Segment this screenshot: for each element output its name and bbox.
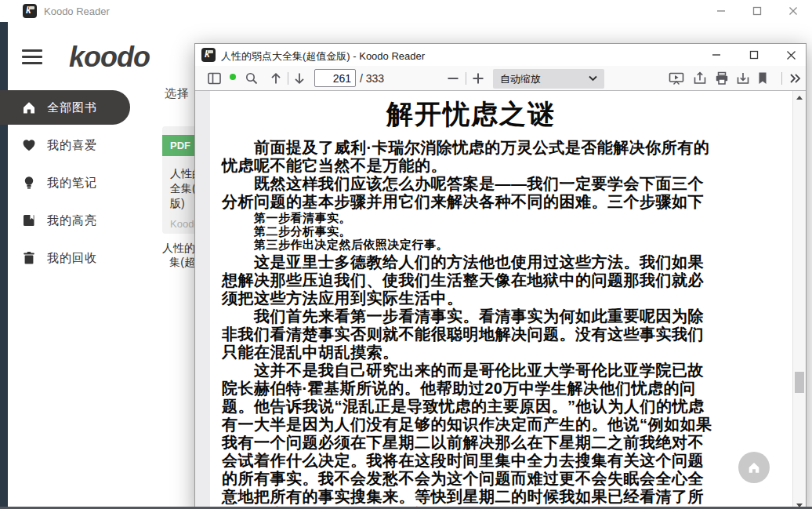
- main-minimize-button[interactable]: [704, 0, 738, 22]
- heart-icon: [21, 137, 37, 153]
- sidebar-toggle-icon[interactable]: [208, 71, 222, 85]
- main-window-title: Koodo Reader: [44, 5, 110, 17]
- more-tools-icon[interactable]: [788, 71, 802, 85]
- chevron-down-icon: [589, 75, 597, 82]
- page-down-icon[interactable]: [292, 71, 306, 85]
- pdf-format-badge: PDF: [162, 135, 198, 156]
- pdf-page: 解开忧虑之谜 前面提及了威利·卡瑞尔消除忧虑的万灵公式是否能解决你所有的 忧虑呢…: [210, 91, 793, 509]
- pdf-viewer-content: 解开忧虑之谜 前面提及了威利·卡瑞尔消除忧虑的万灵公式是否能解决你所有的 忧虑呢…: [195, 91, 806, 509]
- zoom-level-select[interactable]: 自动缩放: [493, 69, 604, 89]
- reader-titlebar: k 人性的弱点大全集(超值金版) - Koodo Reader: [195, 44, 806, 66]
- page-total-label: / 333: [360, 72, 384, 85]
- vertical-scrollbar[interactable]: [792, 91, 806, 509]
- zoom-in-icon[interactable]: [471, 71, 485, 85]
- reader-window-title: 人性的弱点大全集(超值金版) - Koodo Reader: [221, 49, 425, 64]
- page-number-input[interactable]: [314, 69, 356, 87]
- sidebar-item-notes[interactable]: 我的笔记: [0, 165, 157, 200]
- select-label[interactable]: 选择: [165, 86, 190, 101]
- chapter-heading: 解开忧虑之谜: [222, 100, 720, 128]
- bookmark-icon[interactable]: [756, 71, 770, 85]
- koodo-logo: koodo: [69, 41, 150, 74]
- open-file-icon[interactable]: [693, 71, 707, 85]
- home-icon: [21, 100, 37, 115]
- sidebar-item-all-books[interactable]: 全部图书: [0, 90, 130, 125]
- print-icon[interactable]: [715, 71, 729, 85]
- koodo-app-icon: k: [23, 4, 37, 18]
- main-titlebar: k Koodo Reader: [0, 0, 812, 22]
- search-icon[interactable]: [245, 71, 259, 85]
- bulb-icon: [21, 175, 37, 191]
- page-up-icon[interactable]: [269, 71, 283, 85]
- koodo-app-icon: k: [201, 48, 216, 62]
- zoom-out-icon[interactable]: [446, 71, 460, 85]
- home-icon: [747, 460, 761, 474]
- book-icon: [21, 213, 37, 228]
- step-list: 第一步看清事实。 第二步分析事实。 第三步作出决定然后依照决定行事。: [222, 211, 720, 251]
- scroll-up-icon[interactable]: [796, 96, 803, 100]
- presentation-icon[interactable]: [669, 71, 683, 85]
- scrollbar-thumb[interactable]: [795, 372, 804, 393]
- trash-icon: [21, 250, 37, 266]
- pdf-toolbar: / 333 自动缩放: [195, 66, 806, 91]
- reader-minimize-button[interactable]: [700, 44, 733, 66]
- pdf-page-text: 解开忧虑之谜 前面提及了威利·卡瑞尔消除忧虑的万灵公式是否能解决你所有的 忧虑呢…: [222, 91, 720, 509]
- reader-window: k 人性的弱点大全集(超值金版) - Koodo Reader: [194, 43, 807, 509]
- sidebar-item-favorites[interactable]: 我的喜爱: [0, 128, 157, 162]
- status-dot: [230, 74, 236, 80]
- sidebar-item-highlights[interactable]: 我的高亮: [0, 203, 157, 238]
- back-to-home-button[interactable]: [738, 452, 770, 483]
- sidebar-item-trash[interactable]: 我的回收: [0, 241, 157, 275]
- menu-hamburger-icon[interactable]: [22, 49, 42, 67]
- reader-close-button[interactable]: [774, 44, 807, 66]
- reader-maximize-button[interactable]: [738, 44, 770, 66]
- desktop: k Koodo Reader koodo 全部图书: [0, 0, 812, 509]
- download-icon[interactable]: [736, 71, 750, 85]
- main-maximize-button[interactable]: [740, 0, 774, 22]
- main-close-button[interactable]: [776, 0, 810, 22]
